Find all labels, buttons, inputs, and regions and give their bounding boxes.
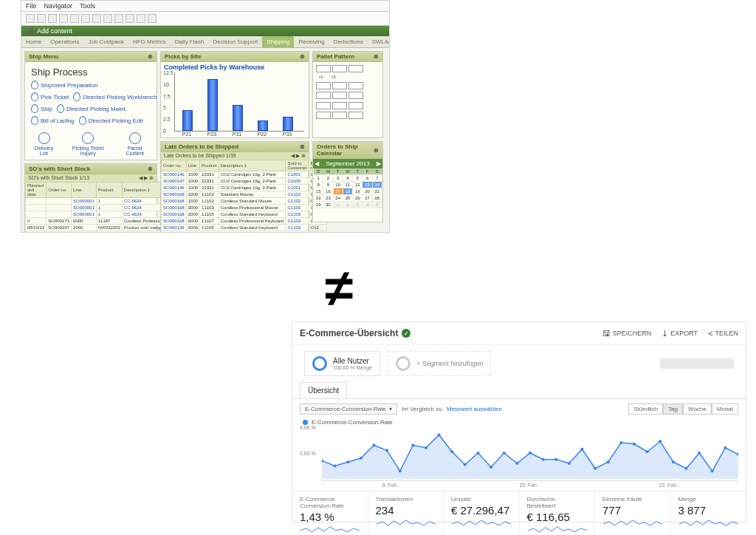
menu-file[interactable]: File: [26, 2, 37, 10]
late-orders-table: Order no.LineProductDescription 1Sold-to…: [161, 160, 327, 231]
pallet-row: [316, 102, 379, 109]
pin-icon: [31, 92, 38, 101]
pin-icon: [31, 104, 38, 113]
toolbar-icon[interactable]: [92, 14, 101, 23]
circle-icon: [82, 132, 94, 144]
segment-all-users[interactable]: Alle Nutzer100,00 % Menge: [304, 351, 380, 376]
close-icon[interactable]: ⊗: [374, 147, 379, 154]
tab-hfg-metrics[interactable]: HFG Metrics: [128, 36, 171, 47]
toolbar-icon[interactable]: [59, 14, 68, 23]
close-icon[interactable]: ⊗: [300, 53, 305, 60]
ship-item[interactable]: Directed Picking Workbench: [73, 92, 157, 101]
ship-item[interactable]: Pick Ticket: [31, 92, 69, 101]
delivery-list-button[interactable]: Delivery List: [31, 132, 57, 156]
close-icon[interactable]: ⊗: [148, 166, 153, 172]
analytics-panel: E-Commerce-Übersicht✓ 🖫SPEICHERN ⤓EXPORT…: [292, 321, 746, 522]
pin-icon: [73, 92, 80, 101]
tab-job-costpack[interactable]: Job Costpack: [83, 36, 128, 47]
toolbar-icon[interactable]: [103, 14, 112, 23]
calendar-month: September 2013: [326, 160, 369, 167]
tab-overview[interactable]: Übersicht: [300, 382, 347, 398]
panel-title: Picks by Site: [165, 53, 201, 60]
ship-item[interactable]: Directed Picking Maint.: [57, 104, 127, 113]
save-button[interactable]: 🖫SPEICHERN: [602, 329, 652, 338]
tab-swlaccrate[interactable]: SWLAccRate: [368, 36, 390, 47]
y-tick: 2,00 %: [300, 451, 316, 456]
toolbar-icon[interactable]: [126, 14, 134, 23]
x-tick: 15. Feb.: [519, 483, 538, 488]
tab-daily-flash[interactable]: Daily Flash: [171, 36, 209, 47]
toolbar-icon[interactable]: [148, 14, 157, 23]
calendar-grid[interactable]: SMTWTFS123456789101112131415161718192021…: [313, 168, 382, 208]
range-tag[interactable]: Tag: [663, 403, 683, 415]
menu-tools[interactable]: Tools: [80, 2, 95, 10]
compare-link[interactable]: Messwert auswählen: [447, 406, 502, 412]
metric-label: Transaktionen: [376, 496, 436, 502]
pager-icons[interactable]: ◀ ▶ ⊗: [291, 153, 306, 159]
ship-item[interactable]: Directed Picking Edit: [79, 116, 143, 125]
svg-point-10: [450, 450, 453, 453]
ship-item[interactable]: Ship: [31, 104, 52, 113]
range-woche[interactable]: Woche: [683, 403, 712, 415]
tab-operations[interactable]: Operations: [46, 36, 83, 47]
metric-value: 234: [376, 504, 436, 517]
panel-subheader: Late Orders to be Shipped 1/39: [164, 153, 236, 159]
prev-month-icon[interactable]: ◀: [315, 160, 319, 167]
line-chart: 4,00 % 2,00 %: [322, 427, 738, 479]
pallet-pattern-panel: Pallet Pattern⊗ r2r3: [312, 51, 383, 138]
tab-home[interactable]: Home: [21, 36, 46, 47]
export-button[interactable]: ⤓EXPORT: [662, 329, 698, 338]
pin-icon: [31, 116, 38, 125]
svg-point-8: [425, 446, 427, 449]
toolbar-icon[interactable]: [37, 14, 46, 23]
toolbar-icon[interactable]: [81, 14, 90, 23]
add-content-bar[interactable]: ➕ Add content: [21, 26, 389, 36]
next-month-icon[interactable]: ▶: [377, 160, 381, 167]
svg-point-9: [438, 434, 441, 437]
x-tick: 8. Feb.: [382, 483, 399, 488]
pager-icons[interactable]: ◀ ▶ ⊗: [139, 175, 154, 181]
parcel-content-button[interactable]: Parcel Content: [119, 132, 151, 156]
time-range-toggle: StündlichTagWocheMonat: [628, 403, 738, 415]
ship-item[interactable]: Bill of Lading: [31, 116, 75, 125]
tab-decision-support[interactable]: Decision Support: [208, 36, 262, 47]
panel-title: Pallet Pattern: [317, 53, 354, 60]
metric-card: Umsatz€ 27.296,47: [443, 491, 519, 535]
svg-point-18: [554, 458, 557, 461]
tab-shipping[interactable]: Shipping: [262, 36, 294, 47]
metric-value: 3 877: [678, 504, 739, 517]
menu-navigator[interactable]: Navigator: [44, 2, 73, 10]
toolbar-icon[interactable]: [70, 14, 79, 23]
x-label: P22: [258, 132, 267, 137]
segment-add[interactable]: + Segment hinzufügen: [388, 351, 491, 376]
svg-point-15: [515, 462, 518, 465]
range-stündlich[interactable]: Stündlich: [628, 403, 663, 415]
x-label: P21: [182, 132, 191, 137]
close-icon[interactable]: ⊗: [148, 53, 153, 60]
x-label: P33: [283, 132, 292, 137]
ship-item[interactable]: Shipment Preparation: [31, 81, 97, 89]
date-range-blurred[interactable]: [660, 358, 734, 369]
svg-point-29: [698, 451, 701, 454]
chart-title: Completed Picks by Warehouse: [161, 62, 309, 71]
picking-ticket-button[interactable]: Picking Ticket Inquiry: [66, 132, 110, 156]
close-icon[interactable]: ⊗: [374, 53, 379, 60]
toolbar-icon[interactable]: [137, 14, 145, 23]
close-icon[interactable]: ⊗: [300, 143, 305, 150]
ship-process-title: Ship Process: [25, 62, 157, 81]
metric-card: Transaktionen234: [368, 491, 444, 535]
metric-select[interactable]: E-Commerce-Conversion-Rate ▾: [300, 403, 397, 415]
truncation-note: Not all the data are displayed.: [161, 231, 309, 233]
segment-ring-icon: [396, 356, 410, 371]
range-monat[interactable]: Monat: [712, 403, 738, 415]
metric-value: € 27.296,47: [451, 504, 512, 517]
pallet-label: r3: [331, 75, 335, 79]
svg-point-4: [372, 444, 375, 447]
toolbar-icon[interactable]: [26, 14, 35, 23]
pin-icon: [57, 104, 64, 113]
share-button[interactable]: <TEILEN: [708, 329, 738, 338]
tab-deductions[interactable]: Deductions: [329, 36, 368, 47]
toolbar-icon[interactable]: [48, 14, 57, 23]
toolbar-icon[interactable]: [114, 14, 123, 23]
tab-receiving[interactable]: Receiving: [294, 36, 329, 47]
